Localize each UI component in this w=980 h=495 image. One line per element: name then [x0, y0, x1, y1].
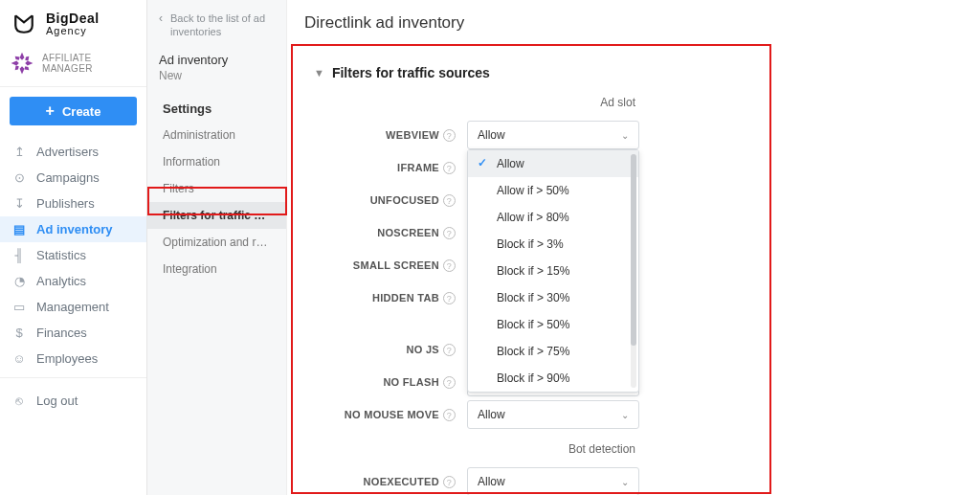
dollar-icon: $	[11, 326, 27, 340]
back-link[interactable]: ‹ Back to the list of ad inventories	[147, 0, 286, 53]
brand-name: BigDeal	[46, 11, 100, 26]
svg-marker-2	[20, 66, 25, 74]
dropdown-option[interactable]: Block if > 30%	[468, 284, 638, 311]
nav-label: Campaigns	[36, 170, 100, 185]
nav-campaigns[interactable]: ⊙ Campaigns	[0, 165, 146, 191]
dropdown-option[interactable]: Block if > 75%	[468, 338, 638, 365]
help-icon[interactable]: ?	[443, 344, 456, 356]
chevron-down-icon: ⌄	[621, 410, 629, 420]
svg-marker-4	[25, 56, 29, 61]
dropdown-option[interactable]: Allow	[468, 150, 638, 177]
nav-label: Advertisers	[36, 145, 99, 159]
help-icon[interactable]: ?	[443, 376, 456, 389]
settings-item-integration[interactable]: Integration	[147, 256, 286, 282]
nav-separator	[0, 377, 146, 378]
chevron-left-icon: ‹	[159, 11, 163, 27]
upload-icon: ↥	[11, 145, 27, 159]
nav-advertisers[interactable]: ↥ Advertisers	[0, 139, 146, 165]
svg-marker-1	[25, 61, 33, 66]
section-header[interactable]: ▼ Filters for traffic sources	[314, 65, 748, 80]
nav-label: Ad inventory	[36, 222, 112, 236]
dropdown-scrollbar-thumb[interactable]	[631, 154, 636, 346]
settings-item-optimization[interactable]: Optimization and rules	[147, 229, 286, 256]
dropdown-option[interactable]: Block if > 90%	[468, 365, 638, 392]
secondary-sidebar: ‹ Back to the list of ad inventories Ad …	[147, 0, 287, 495]
back-label: Back to the list of ad inventories	[170, 11, 275, 39]
nav-ad-inventory[interactable]: ▤ Ad inventory	[0, 216, 146, 242]
help-icon[interactable]: ?	[443, 476, 456, 488]
settings-list: Administration Information Filters Filte…	[147, 122, 286, 282]
svg-marker-6	[15, 65, 19, 70]
role-row: AFFILIATE MANAGER	[0, 44, 146, 87]
nav-analytics[interactable]: ◔ Analytics	[0, 268, 146, 294]
pie-icon: ◔	[11, 274, 27, 288]
row-noexecuted: NOEXECUTED? Allow ⌄	[314, 465, 748, 495]
select-noexecuted[interactable]: Allow ⌄	[467, 467, 639, 495]
role-label: AFFILIATE MANAGER	[42, 53, 137, 74]
label-unfocused: UNFOCUSED?	[314, 194, 467, 207]
dropdown-option[interactable]: Allow if > 50%	[468, 177, 638, 204]
svg-marker-0	[20, 53, 25, 60]
label-no-mouse-move: NO MOUSE MOVE?	[314, 409, 467, 421]
select-webview[interactable]: Allow ⌄	[467, 121, 639, 149]
nav-label: Analytics	[36, 274, 86, 288]
settings-item-administration[interactable]: Administration	[147, 122, 286, 148]
nav-finances[interactable]: $ Finances	[0, 320, 146, 346]
plus-icon: +	[46, 103, 55, 119]
left-sidebar: BigDeal Agency	[0, 0, 147, 495]
dropdown-option[interactable]: Block if > 15%	[468, 258, 638, 284]
select-iframe-dropdown[interactable]: Allow Allow if > 50% Allow if > 80% Bloc…	[467, 149, 639, 393]
row-no-mouse-move: NO MOUSE MOVE? Allow ⌄	[314, 398, 748, 431]
help-icon[interactable]: ?	[443, 227, 456, 239]
settings-item-information[interactable]: Information	[147, 148, 286, 175]
role-badge-icon	[10, 50, 34, 77]
nav-logout[interactable]: ⎋ Log out	[0, 384, 146, 417]
dropdown-option[interactable]: Block if > 3%	[468, 231, 638, 258]
help-icon[interactable]: ?	[443, 162, 456, 174]
filters-panel: ▼ Filters for traffic sources Ad slot WE…	[291, 44, 771, 495]
nav-label: Finances	[36, 326, 87, 340]
dropdown-option[interactable]: Allow if > 80%	[468, 204, 638, 231]
create-button[interactable]: + Create	[10, 97, 137, 125]
help-icon[interactable]: ?	[443, 194, 456, 207]
collapse-triangle-icon: ▼	[314, 67, 324, 79]
chevron-down-icon: ⌄	[621, 130, 629, 141]
brand-sub: Agency	[46, 26, 100, 37]
svg-marker-7	[15, 56, 20, 60]
svg-marker-5	[24, 66, 29, 70]
dropdown-option[interactable]: Block if > 50%	[468, 311, 638, 338]
select-no-mouse-move[interactable]: Allow ⌄	[467, 400, 639, 429]
label-no-js: NO JS?	[314, 344, 467, 356]
settings-item-filters[interactable]: Filters	[147, 175, 286, 202]
logout-icon: ⎋	[11, 394, 27, 408]
nav-label: Management	[36, 300, 109, 314]
help-icon[interactable]: ?	[443, 259, 456, 272]
nav-employees[interactable]: ☺ Employees	[0, 346, 146, 371]
help-icon[interactable]: ?	[443, 409, 456, 421]
label-hidden-tab: HIDDEN TAB?	[314, 292, 467, 304]
target-icon: ⊙	[11, 170, 27, 185]
select-value: Allow	[478, 475, 505, 488]
breadcrumb-sub: New	[147, 69, 286, 96]
select-value: Allow	[478, 128, 505, 142]
logout-label: Log out	[36, 394, 78, 408]
row-webview: WEBVIEW? Allow ⌄	[314, 119, 748, 151]
label-noscreen: NOSCREEN?	[314, 227, 467, 239]
nav-management[interactable]: ▭ Management	[0, 294, 146, 320]
settings-heading: Settings	[147, 96, 286, 122]
help-icon[interactable]: ?	[443, 129, 456, 142]
main-content: Directlink ad inventory ▼ Filters for tr…	[287, 0, 980, 495]
nav-publishers[interactable]: ↧ Publishers	[0, 191, 146, 216]
label-small-screen: SMALL SCREEN?	[314, 259, 467, 272]
brand-logo-icon	[10, 10, 38, 38]
svg-marker-3	[11, 61, 19, 66]
breadcrumb: Ad inventory	[147, 53, 286, 69]
nav-label: Publishers	[36, 196, 95, 211]
page-title: Directlink ad inventory	[287, 11, 980, 44]
chevron-down-icon: ⌄	[621, 477, 629, 487]
nav-statistics[interactable]: ╢ Statistics	[0, 242, 146, 268]
settings-item-filters-traffic[interactable]: Filters for traffic sour...	[147, 202, 286, 229]
label-noexecuted: NOEXECUTED?	[314, 476, 467, 488]
bars-icon: ╢	[11, 248, 27, 262]
help-icon[interactable]: ?	[443, 292, 456, 304]
